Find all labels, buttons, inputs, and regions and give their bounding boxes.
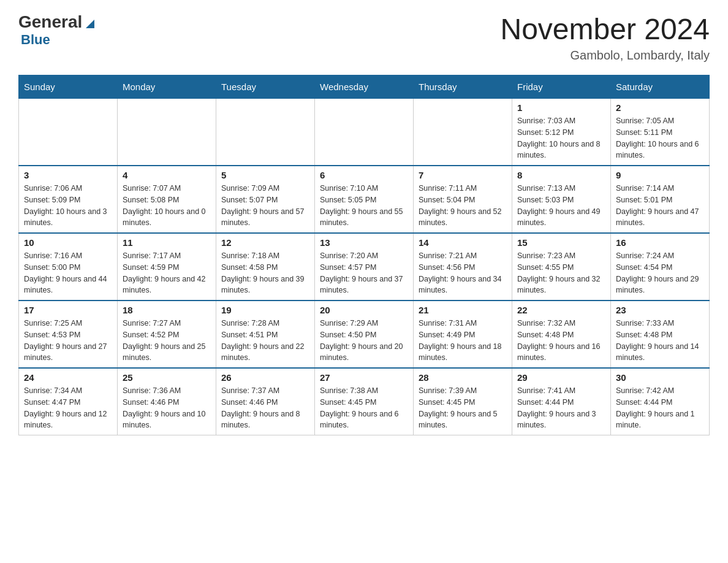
day-number: 27: [320, 372, 408, 383]
calendar-cell: 18Sunrise: 7:27 AMSunset: 4:52 PMDayligh…: [118, 301, 216, 368]
calendar-cell: 2Sunrise: 7:05 AMSunset: 5:11 PMDaylight…: [611, 99, 710, 166]
calendar-cell: 11Sunrise: 7:17 AMSunset: 4:59 PMDayligh…: [118, 233, 216, 301]
day-number: 12: [221, 237, 309, 248]
day-info: Sunrise: 7:34 AMSunset: 4:47 PMDaylight:…: [24, 385, 112, 431]
day-number: 21: [419, 305, 507, 315]
day-info: Sunrise: 7:07 AMSunset: 5:08 PMDaylight:…: [123, 183, 211, 229]
day-number: 20: [320, 305, 408, 315]
day-number: 4: [123, 170, 211, 180]
day-info: Sunrise: 7:28 AMSunset: 4:51 PMDaylight:…: [221, 318, 309, 364]
month-title: November 2024: [500, 12, 710, 46]
calendar-day-header: Monday: [118, 75, 216, 99]
logo-blue-text: Blue: [21, 32, 50, 47]
day-info: Sunrise: 7:42 AMSunset: 4:44 PMDaylight:…: [616, 385, 704, 431]
calendar-cell: 8Sunrise: 7:13 AMSunset: 5:03 PMDaylight…: [512, 166, 611, 233]
calendar-cell: 4Sunrise: 7:07 AMSunset: 5:08 PMDaylight…: [118, 166, 216, 233]
calendar-cell: 17Sunrise: 7:25 AMSunset: 4:53 PMDayligh…: [19, 301, 118, 368]
day-info: Sunrise: 7:32 AMSunset: 4:48 PMDaylight:…: [517, 318, 605, 364]
day-number: 8: [517, 170, 605, 180]
calendar-day-header: Tuesday: [216, 75, 315, 99]
calendar-cell: 30Sunrise: 7:42 AMSunset: 4:44 PMDayligh…: [611, 368, 710, 435]
calendar-week-row: 3Sunrise: 7:06 AMSunset: 5:09 PMDaylight…: [19, 166, 710, 233]
day-info: Sunrise: 7:27 AMSunset: 4:52 PMDaylight:…: [123, 318, 211, 364]
day-number: 14: [419, 237, 507, 248]
calendar-cell: 20Sunrise: 7:29 AMSunset: 4:50 PMDayligh…: [315, 301, 414, 368]
calendar-day-header: Saturday: [611, 75, 710, 99]
calendar-cell: [118, 99, 216, 166]
calendar-week-row: 24Sunrise: 7:34 AMSunset: 4:47 PMDayligh…: [19, 368, 710, 435]
calendar-week-row: 17Sunrise: 7:25 AMSunset: 4:53 PMDayligh…: [19, 301, 710, 368]
day-info: Sunrise: 7:10 AMSunset: 5:05 PMDaylight:…: [320, 183, 408, 229]
calendar-cell: 21Sunrise: 7:31 AMSunset: 4:49 PMDayligh…: [414, 301, 512, 368]
calendar-week-row: 1Sunrise: 7:03 AMSunset: 5:12 PMDaylight…: [19, 99, 710, 166]
day-number: 11: [123, 237, 211, 248]
calendar-week-row: 10Sunrise: 7:16 AMSunset: 5:00 PMDayligh…: [19, 233, 710, 301]
calendar-table: SundayMondayTuesdayWednesdayThursdayFrid…: [18, 75, 710, 435]
day-info: Sunrise: 7:33 AMSunset: 4:48 PMDaylight:…: [616, 318, 704, 364]
day-info: Sunrise: 7:36 AMSunset: 4:46 PMDaylight:…: [123, 385, 211, 431]
day-info: Sunrise: 7:16 AMSunset: 5:00 PMDaylight:…: [24, 250, 112, 296]
day-number: 22: [517, 305, 605, 315]
calendar-day-header: Thursday: [414, 75, 512, 99]
day-info: Sunrise: 7:14 AMSunset: 5:01 PMDaylight:…: [616, 183, 704, 229]
day-number: 3: [24, 170, 112, 180]
day-number: 19: [221, 305, 309, 315]
day-info: Sunrise: 7:21 AMSunset: 4:56 PMDaylight:…: [419, 250, 507, 296]
calendar-cell: 7Sunrise: 7:11 AMSunset: 5:04 PMDaylight…: [414, 166, 512, 233]
day-info: Sunrise: 7:23 AMSunset: 4:55 PMDaylight:…: [517, 250, 605, 296]
day-info: Sunrise: 7:06 AMSunset: 5:09 PMDaylight:…: [24, 183, 112, 229]
day-number: 9: [616, 170, 704, 180]
day-number: 13: [320, 237, 408, 248]
day-number: 29: [517, 372, 605, 383]
day-info: Sunrise: 7:17 AMSunset: 4:59 PMDaylight:…: [123, 250, 211, 296]
calendar-cell: [216, 99, 315, 166]
calendar-cell: [414, 99, 512, 166]
day-number: 17: [24, 305, 112, 315]
day-number: 6: [320, 170, 408, 180]
day-number: 26: [221, 372, 309, 383]
day-number: 15: [517, 237, 605, 248]
calendar-cell: 6Sunrise: 7:10 AMSunset: 5:05 PMDaylight…: [315, 166, 414, 233]
day-number: 10: [24, 237, 112, 248]
day-info: Sunrise: 7:29 AMSunset: 4:50 PMDaylight:…: [320, 318, 408, 364]
day-info: Sunrise: 7:25 AMSunset: 4:53 PMDaylight:…: [24, 318, 112, 364]
day-info: Sunrise: 7:09 AMSunset: 5:07 PMDaylight:…: [221, 183, 309, 229]
calendar-cell: 9Sunrise: 7:14 AMSunset: 5:01 PMDaylight…: [611, 166, 710, 233]
day-info: Sunrise: 7:13 AMSunset: 5:03 PMDaylight:…: [517, 183, 605, 229]
calendar-cell: 22Sunrise: 7:32 AMSunset: 4:48 PMDayligh…: [512, 301, 611, 368]
day-number: 28: [419, 372, 507, 383]
calendar-cell: 5Sunrise: 7:09 AMSunset: 5:07 PMDaylight…: [216, 166, 315, 233]
calendar-cell: [19, 99, 118, 166]
day-info: Sunrise: 7:41 AMSunset: 4:44 PMDaylight:…: [517, 385, 605, 431]
calendar-cell: 24Sunrise: 7:34 AMSunset: 4:47 PMDayligh…: [19, 368, 118, 435]
day-info: Sunrise: 7:31 AMSunset: 4:49 PMDaylight:…: [419, 318, 507, 364]
calendar-cell: 25Sunrise: 7:36 AMSunset: 4:46 PMDayligh…: [118, 368, 216, 435]
calendar-cell: 10Sunrise: 7:16 AMSunset: 5:00 PMDayligh…: [19, 233, 118, 301]
day-info: Sunrise: 7:24 AMSunset: 4:54 PMDaylight:…: [616, 250, 704, 296]
calendar-cell: 14Sunrise: 7:21 AMSunset: 4:56 PMDayligh…: [414, 233, 512, 301]
calendar-cell: 12Sunrise: 7:18 AMSunset: 4:58 PMDayligh…: [216, 233, 315, 301]
day-number: 1: [517, 102, 605, 113]
calendar-cell: 26Sunrise: 7:37 AMSunset: 4:46 PMDayligh…: [216, 368, 315, 435]
calendar-cell: 16Sunrise: 7:24 AMSunset: 4:54 PMDayligh…: [611, 233, 710, 301]
logo: General Blue: [18, 12, 97, 48]
day-info: Sunrise: 7:03 AMSunset: 5:12 PMDaylight:…: [517, 115, 605, 161]
calendar-cell: 1Sunrise: 7:03 AMSunset: 5:12 PMDaylight…: [512, 99, 611, 166]
day-number: 30: [616, 372, 704, 383]
page-header: General Blue November 2024 Gambolo, Lomb…: [18, 12, 710, 63]
day-info: Sunrise: 7:38 AMSunset: 4:45 PMDaylight:…: [320, 385, 408, 431]
svg-marker-0: [86, 20, 94, 28]
calendar-cell: 13Sunrise: 7:20 AMSunset: 4:57 PMDayligh…: [315, 233, 414, 301]
calendar-cell: 3Sunrise: 7:06 AMSunset: 5:09 PMDaylight…: [19, 166, 118, 233]
logo-triangle-icon: [83, 17, 97, 31]
day-info: Sunrise: 7:20 AMSunset: 4:57 PMDaylight:…: [320, 250, 408, 296]
logo-general-text: General: [18, 12, 82, 32]
day-info: Sunrise: 7:39 AMSunset: 4:45 PMDaylight:…: [419, 385, 507, 431]
day-number: 2: [616, 102, 704, 113]
day-number: 23: [616, 305, 704, 315]
day-info: Sunrise: 7:05 AMSunset: 5:11 PMDaylight:…: [616, 115, 704, 161]
day-number: 16: [616, 237, 704, 248]
day-info: Sunrise: 7:37 AMSunset: 4:46 PMDaylight:…: [221, 385, 309, 431]
calendar-cell: 27Sunrise: 7:38 AMSunset: 4:45 PMDayligh…: [315, 368, 414, 435]
location-subtitle: Gambolo, Lombardy, Italy: [500, 48, 710, 63]
